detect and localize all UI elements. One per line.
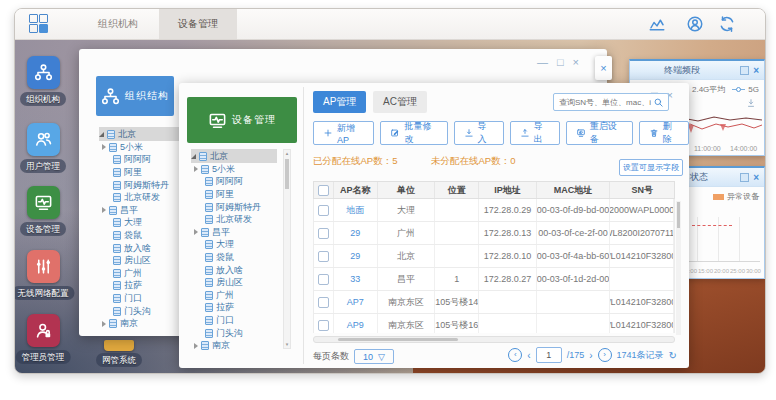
collapsed-caret-icon[interactable] <box>194 229 198 235</box>
toolbar-button-重启设备[interactable]: 重启设备 <box>566 121 633 145</box>
tree-node[interactable]: 阿里 <box>109 166 185 179</box>
tree-node[interactable]: 袋鼠 <box>201 251 277 264</box>
table-row[interactable]: 29广州172.28.0.1300-03-0f-ce-2f-00WL8200I2… <box>314 222 674 245</box>
topbar-tab-2[interactable]: 设备管理 <box>159 9 237 39</box>
expand-caret-icon[interactable] <box>191 154 196 159</box>
panel-pin-icon[interactable] <box>740 173 749 182</box>
tree-root-node[interactable]: 北京 <box>191 149 277 163</box>
table-row[interactable]: 地面大理172.28.0.2900-03-0f-d9-bd-002000WAPL… <box>314 199 674 222</box>
table-row[interactable]: 33昌平1172.28.0.2700-03-0f-1d-2d-00 <box>314 268 674 291</box>
tree-node[interactable]: 广州 <box>201 289 277 302</box>
page-input[interactable] <box>536 347 562 363</box>
tree-node[interactable]: 北京研发 <box>109 191 185 204</box>
refresh-icon[interactable]: ↻ <box>669 350 677 361</box>
tree-node[interactable]: 房山区 <box>109 254 185 267</box>
table-row[interactable]: AP9南京东区105号楼16WL014210F328000 <box>314 314 674 333</box>
tree-node[interactable]: 大理 <box>201 239 277 252</box>
expand-caret-icon[interactable] <box>99 132 104 137</box>
tree-node[interactable]: 放入啥 <box>109 242 185 255</box>
tree-node[interactable]: 阿里 <box>201 188 277 201</box>
toolbar-button-导出[interactable]: 导出 <box>510 121 560 145</box>
tree-node[interactable]: 阿姆斯特丹 <box>109 179 185 192</box>
tree-node[interactable]: 门口 <box>201 314 277 327</box>
row-checkbox[interactable] <box>318 251 329 262</box>
toolbar-button-删除[interactable]: 删除 <box>639 121 689 145</box>
tab-AC管理[interactable]: AC管理 <box>373 91 427 113</box>
table-row[interactable]: AP7南京东区105号楼14WL014210F328000 <box>314 291 674 314</box>
configure-columns-button[interactable]: 设置可显示字段 <box>619 159 683 176</box>
collapsed-caret-icon[interactable] <box>194 343 198 349</box>
tree-node[interactable]: 房山区 <box>201 276 277 289</box>
cell-name[interactable]: AP9 <box>334 314 378 333</box>
tree-node[interactable]: 门头沟 <box>109 305 185 318</box>
tree-scrollbar[interactable]: ▴▾ <box>283 149 291 349</box>
tree-node[interactable]: 拉萨 <box>201 302 277 315</box>
tree-node[interactable]: 阿姆斯特丹 <box>201 201 277 214</box>
table-vertical-scrollbar[interactable] <box>676 201 681 335</box>
tree-node[interactable]: 阿阿阿 <box>109 154 185 167</box>
refresh-icon[interactable] <box>718 15 736 33</box>
toolbar-button-批量修改[interactable]: 批量修改 <box>380 121 447 145</box>
desktop-shortcut-4[interactable] <box>27 250 60 283</box>
collapsed-caret-icon[interactable] <box>102 207 106 213</box>
maximize-button[interactable]: □ <box>557 57 564 68</box>
desktop-shortcut-2[interactable] <box>27 123 60 156</box>
tree-node[interactable]: 门头沟 <box>201 327 277 340</box>
cell-name[interactable]: 33 <box>334 268 378 290</box>
tree-node[interactable]: 昌平 <box>109 204 185 217</box>
next-page-button[interactable]: › <box>589 350 592 361</box>
row-checkbox[interactable] <box>318 274 329 285</box>
collapsed-caret-icon[interactable] <box>194 166 198 172</box>
tree-node[interactable]: 南京 <box>109 317 185 330</box>
tree-node[interactable]: 袋鼠 <box>109 229 185 242</box>
toolbar-button-导入[interactable]: 导入 <box>454 121 504 145</box>
tree-node[interactable]: 北京研发 <box>201 213 277 226</box>
activity-chart-icon[interactable] <box>648 15 666 33</box>
tree-node[interactable]: 大理 <box>109 217 185 230</box>
tree-node[interactable]: 拉萨 <box>109 280 185 293</box>
download-icon[interactable] <box>746 98 756 108</box>
row-checkbox[interactable] <box>318 297 329 308</box>
cell-name[interactable]: 地面 <box>334 199 378 221</box>
minimize-button[interactable]: — <box>537 57 548 68</box>
desktop-shortcut-3[interactable] <box>27 186 60 219</box>
tree-root-node[interactable]: 北京 <box>99 127 185 141</box>
search-input[interactable] <box>554 98 653 107</box>
close-icon[interactable]: × <box>753 65 759 76</box>
select-all-checkbox[interactable] <box>318 185 329 196</box>
table-horizontal-scrollbar[interactable] <box>313 336 675 343</box>
last-page-button[interactable]: › <box>598 348 612 362</box>
table-row[interactable]: 29北京172.28.0.1000-03-0f-4a-bb-60WL014210… <box>314 245 674 268</box>
per-page-select[interactable]: 10 ▽ <box>354 349 394 364</box>
cell-name[interactable]: 29 <box>334 222 378 244</box>
close-button[interactable]: × <box>573 57 579 68</box>
desktop-shortcut-nms-icon[interactable] <box>104 340 134 351</box>
hidden-window-close-button[interactable]: × <box>595 56 612 80</box>
collapsed-caret-icon[interactable] <box>102 144 106 150</box>
prev-page-button[interactable]: ‹ <box>527 350 530 361</box>
collapsed-caret-icon[interactable] <box>102 321 106 327</box>
tree-node[interactable]: 5小米 <box>109 141 185 154</box>
panel-pin-icon[interactable] <box>740 66 749 75</box>
tree-node[interactable]: 5小米 <box>201 163 277 176</box>
row-checkbox[interactable] <box>318 205 329 216</box>
tree-node[interactable]: 放入啥 <box>201 264 277 277</box>
desktop-shortcut-5[interactable] <box>27 314 60 347</box>
topbar-tab-1[interactable]: 组织机构 <box>75 9 161 39</box>
tree-node[interactable]: 门口 <box>109 292 185 305</box>
tab-AP管理[interactable]: AP管理 <box>313 91 366 113</box>
cell-name[interactable]: 29 <box>334 245 378 267</box>
tree-node[interactable]: 南京 <box>201 339 277 352</box>
first-page-button[interactable]: ‹ <box>508 348 522 362</box>
desktop-shortcut-1[interactable] <box>27 56 60 89</box>
close-icon[interactable]: × <box>753 172 759 183</box>
tree-node[interactable]: 昌平 <box>201 226 277 239</box>
search-icon[interactable] <box>653 97 664 108</box>
account-icon[interactable] <box>686 15 704 33</box>
row-checkbox[interactable] <box>318 320 329 331</box>
toolbar-button-新增AP[interactable]: 新增AP <box>313 121 374 145</box>
row-checkbox[interactable] <box>318 228 329 239</box>
tree-node[interactable]: 广州 <box>109 267 185 280</box>
tree-node[interactable]: 阿阿阿 <box>201 176 277 189</box>
cell-name[interactable]: AP7 <box>334 291 378 313</box>
